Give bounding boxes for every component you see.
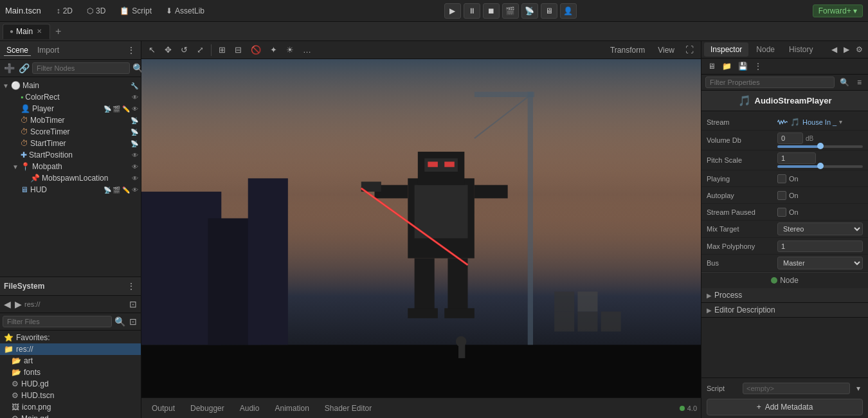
lock-tool[interactable]: 🚫 xyxy=(248,43,264,57)
tree-item-mobpath[interactable]: ▼ 📍 Mobpath 👁 xyxy=(0,161,141,172)
main-area: Scene Import ⋮ ➕ 🔗 🔍 👤 ⋮ ▼ ⚪ Main 🔧 xyxy=(0,41,868,418)
tree-item-mobspawnlocation[interactable]: 📌 MobspawnLocation 👁 xyxy=(0,172,141,184)
mix-target-select[interactable]: Stereo Surround Center xyxy=(777,223,863,235)
max-polyphony-input[interactable] xyxy=(777,241,863,252)
btn-script[interactable]: 📋 Script xyxy=(116,5,156,17)
insp-scene-btn[interactable]: 🖥 xyxy=(705,60,718,72)
tree-item-mobtimer[interactable]: ⏱ MobTimer 📡 xyxy=(0,114,141,126)
fs-item-icon-png[interactable]: 🖼 icon.png xyxy=(0,401,141,413)
light-tool[interactable]: ✦ xyxy=(267,43,280,57)
tab-scene[interactable]: Scene xyxy=(4,45,31,56)
volume-slider[interactable] xyxy=(777,145,863,148)
tab-import[interactable]: Import xyxy=(35,45,62,56)
stream-paused-checkbox[interactable] xyxy=(777,208,786,217)
tree-item-startposition[interactable]: ✚ StartPosition 👁 xyxy=(0,149,141,161)
autoplay-checkbox[interactable] xyxy=(777,191,786,200)
section-editor-desc[interactable]: ▶ Editor Description xyxy=(701,303,868,318)
tab-animation[interactable]: Animation xyxy=(268,402,315,415)
fs-back-button[interactable]: ◀ xyxy=(3,298,12,311)
link-node-button[interactable]: 🔗 xyxy=(17,62,31,75)
tab-audio[interactable]: Audio xyxy=(233,402,266,415)
btn-3d[interactable]: ⬡ 3D xyxy=(83,5,109,17)
fs-filter-icon[interactable]: ⊡ xyxy=(128,315,138,328)
bus-select[interactable]: Master Music SFX xyxy=(777,257,863,269)
tree-item-starttimer[interactable]: ⏱ StartTimer 📡 xyxy=(0,138,141,149)
tab-node[interactable]: Node xyxy=(750,42,781,57)
tab-add-button[interactable]: + xyxy=(51,26,65,37)
tree-label-main: Main xyxy=(23,81,129,90)
env-tool[interactable]: ☀ xyxy=(283,43,297,57)
view-label[interactable]: View xyxy=(653,44,680,57)
fs-forward-button[interactable]: ▶ xyxy=(14,298,23,311)
remote2-button[interactable]: 🖥 xyxy=(541,3,557,19)
tab-close-main[interactable]: ✕ xyxy=(35,28,43,35)
scale-tool[interactable]: ⤢ xyxy=(194,43,207,57)
transform-label[interactable]: Transform xyxy=(605,44,650,57)
insp-options[interactable]: ⚙ xyxy=(853,44,865,55)
tab-shader-editor[interactable]: Shader Editor xyxy=(318,402,378,415)
tree-item-colorrect[interactable]: ▪ ColorRect 👁 xyxy=(0,91,141,103)
grid-tool[interactable]: ⊟ xyxy=(231,43,245,57)
stream-paused-checkbox-container: On xyxy=(777,208,799,217)
tab-inspector[interactable]: Inspector xyxy=(704,42,748,57)
remote-button[interactable]: 📡 xyxy=(521,3,538,19)
fs-item-fonts[interactable]: 📂 fonts xyxy=(0,367,141,378)
tree-item-hud[interactable]: 🖥 HUD 📡 🎬 ✏️ 👁 xyxy=(0,184,141,195)
tab-history[interactable]: History xyxy=(782,42,819,57)
fs-search-icon[interactable]: 🔍 xyxy=(113,315,127,328)
move-tool[interactable]: ✥ xyxy=(161,43,175,57)
insp-folder-btn[interactable]: 📁 xyxy=(719,60,734,72)
filter-search-icon[interactable]: 🔍 xyxy=(837,77,852,88)
viewport-bg xyxy=(141,59,701,397)
fs-item-hud-tscn[interactable]: ⚙ HUD.tscn xyxy=(0,390,141,401)
tree-item-main[interactable]: ▼ ⚪ Main 🔧 xyxy=(0,80,141,91)
movie-button[interactable]: 🎬 xyxy=(502,3,519,19)
insp-nav-back[interactable]: ◀ xyxy=(829,44,840,55)
pitch-slider[interactable] xyxy=(777,165,863,168)
rotate-tool[interactable]: ↺ xyxy=(177,43,191,57)
stream-paused-label: Stream Paused xyxy=(707,208,777,216)
fs-item-main-gd[interactable]: ⚙ Main.gd xyxy=(0,413,141,418)
filter-options-icon[interactable]: ≡ xyxy=(854,77,864,88)
play-button[interactable]: ▶ xyxy=(444,3,461,19)
stream-dropdown[interactable]: ▾ xyxy=(839,118,842,125)
filter-nodes-input[interactable] xyxy=(32,62,130,74)
fs-item-hud-gd[interactable]: ⚙ HUD.gd xyxy=(0,378,141,390)
section-process[interactable]: ▶ Process xyxy=(701,288,868,303)
more-tool[interactable]: … xyxy=(300,43,314,57)
add-metadata-button[interactable]: + Add Metadata xyxy=(707,399,863,415)
select-tool[interactable]: ↖ xyxy=(145,43,159,57)
insp-more-btn[interactable]: ⋮ xyxy=(752,60,764,72)
insp-save-btn[interactable]: 💾 xyxy=(736,60,750,72)
add-node-button[interactable]: ➕ xyxy=(3,62,16,75)
fs-res-root[interactable]: 📁 res:// xyxy=(0,343,141,355)
scene-options-button[interactable]: ⋮ xyxy=(125,44,137,57)
btn-assetlib[interactable]: ⬇ AssetLib xyxy=(162,5,208,17)
fs-filter-input[interactable] xyxy=(3,316,112,327)
btn-2d[interactable]: ↕ 2D xyxy=(53,5,77,17)
fs-favorites[interactable]: ⭐ Favorites: xyxy=(0,332,141,343)
volume-db-input[interactable] xyxy=(777,132,803,144)
fs-item-art[interactable]: 📂 art xyxy=(0,355,141,367)
script-dropdown[interactable]: ▾ xyxy=(854,383,863,394)
stream-value[interactable]: 🎵 House In _ ▾ xyxy=(777,118,863,127)
fullscreen-button[interactable]: ⛶ xyxy=(682,43,697,57)
debug-button[interactable]: 👤 xyxy=(560,3,577,19)
snap-tool[interactable]: ⊞ xyxy=(215,43,229,57)
tab-debugger[interactable]: Debugger xyxy=(184,402,231,415)
fs-options-button[interactable]: ⋮ xyxy=(125,280,137,293)
stop-button[interactable]: ⏹ xyxy=(483,3,500,19)
pitch-scale-input[interactable] xyxy=(777,152,816,164)
bottom-panel: Output Debugger Audio Animation Shader E… xyxy=(141,397,701,418)
filter-properties-input[interactable] xyxy=(705,77,835,88)
tab-main[interactable]: ● Main ✕ xyxy=(3,24,50,39)
tab-output[interactable]: Output xyxy=(145,402,181,415)
fs-layout-button[interactable]: ⊡ xyxy=(128,298,138,311)
insp-nav-forward[interactable]: ▶ xyxy=(841,44,852,55)
tree-item-player[interactable]: 👤 Player 📡 🎬 ✏️ 👁 xyxy=(0,103,141,114)
playing-checkbox[interactable] xyxy=(777,174,786,183)
pause-button[interactable]: ⏸ xyxy=(464,3,480,19)
tree-item-scoretimer[interactable]: ⏱ ScoreTimer 📡 xyxy=(0,126,141,138)
forward-button[interactable]: Forward+ ▾ xyxy=(813,5,863,17)
viewport[interactable] xyxy=(141,59,701,397)
